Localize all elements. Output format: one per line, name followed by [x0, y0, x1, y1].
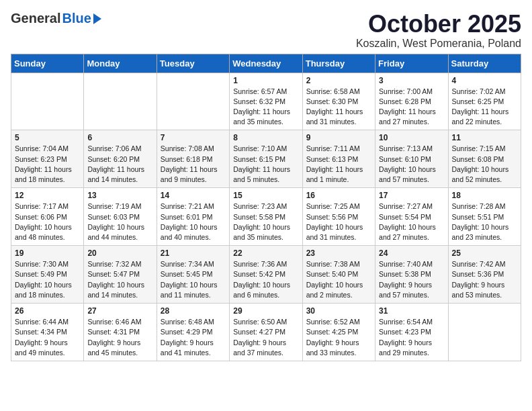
- day-info: Sunrise: 7:27 AM Sunset: 5:54 PM Dayligh…: [379, 201, 444, 242]
- calendar-cell: 8Sunrise: 7:10 AM Sunset: 6:15 PM Daylig…: [230, 130, 302, 188]
- day-number: 1: [233, 76, 298, 85]
- day-info: Sunrise: 7:19 AM Sunset: 6:03 PM Dayligh…: [87, 201, 152, 242]
- day-number: 14: [161, 191, 226, 200]
- day-number: 8: [233, 133, 298, 142]
- day-number: 29: [233, 306, 298, 316]
- day-number: 27: [87, 306, 152, 316]
- week-row-4: 19Sunrise: 7:30 AM Sunset: 5:49 PM Dayli…: [11, 246, 521, 304]
- page-header: General Blue October 2025 Koszalin, West…: [11, 11, 521, 50]
- day-info: Sunrise: 6:58 AM Sunset: 6:30 PM Dayligh…: [306, 87, 371, 128]
- day-number: 25: [452, 248, 517, 258]
- calendar-cell: 22Sunrise: 7:36 AM Sunset: 5:42 PM Dayli…: [230, 246, 302, 304]
- calendar-cell: 30Sunrise: 6:52 AM Sunset: 4:25 PM Dayli…: [302, 304, 375, 361]
- calendar-cell: 19Sunrise: 7:30 AM Sunset: 5:49 PM Dayli…: [11, 246, 84, 304]
- day-info: Sunrise: 7:21 AM Sunset: 6:01 PM Dayligh…: [161, 201, 226, 242]
- day-number: 3: [379, 76, 444, 85]
- calendar-cell: 3Sunrise: 7:00 AM Sunset: 6:28 PM Daylig…: [375, 73, 448, 130]
- day-info: Sunrise: 7:06 AM Sunset: 6:20 PM Dayligh…: [87, 144, 152, 185]
- day-info: Sunrise: 7:23 AM Sunset: 5:58 PM Dayligh…: [233, 201, 298, 242]
- day-info: Sunrise: 6:44 AM Sunset: 4:34 PM Dayligh…: [15, 317, 80, 358]
- day-number: 24: [379, 248, 444, 258]
- day-info: Sunrise: 7:36 AM Sunset: 5:42 PM Dayligh…: [233, 259, 298, 300]
- calendar-cell: 1Sunrise: 6:57 AM Sunset: 6:32 PM Daylig…: [230, 73, 302, 130]
- calendar-cell: 28Sunrise: 6:48 AM Sunset: 4:29 PM Dayli…: [157, 304, 229, 361]
- week-row-2: 5Sunrise: 7:04 AM Sunset: 6:23 PM Daylig…: [11, 130, 521, 188]
- week-row-5: 26Sunrise: 6:44 AM Sunset: 4:34 PM Dayli…: [11, 304, 521, 361]
- day-number: 16: [306, 191, 371, 200]
- calendar-cell: 29Sunrise: 6:50 AM Sunset: 4:27 PM Dayli…: [230, 304, 302, 361]
- day-info: Sunrise: 6:46 AM Sunset: 4:31 PM Dayligh…: [87, 317, 152, 358]
- header-day-friday: Friday: [375, 54, 448, 73]
- header-day-wednesday: Wednesday: [230, 54, 302, 73]
- day-info: Sunrise: 7:32 AM Sunset: 5:47 PM Dayligh…: [87, 259, 152, 300]
- calendar-cell: 17Sunrise: 7:27 AM Sunset: 5:54 PM Dayli…: [375, 188, 448, 246]
- day-number: 2: [306, 76, 371, 85]
- day-info: Sunrise: 6:48 AM Sunset: 4:29 PM Dayligh…: [161, 317, 226, 358]
- day-number: 18: [452, 191, 517, 200]
- day-info: Sunrise: 7:40 AM Sunset: 5:38 PM Dayligh…: [379, 259, 444, 300]
- calendar-cell: 2Sunrise: 6:58 AM Sunset: 6:30 PM Daylig…: [302, 73, 375, 130]
- day-info: Sunrise: 6:52 AM Sunset: 4:25 PM Dayligh…: [306, 317, 371, 358]
- calendar-cell: 23Sunrise: 7:38 AM Sunset: 5:40 PM Dayli…: [302, 246, 375, 304]
- day-info: Sunrise: 6:57 AM Sunset: 6:32 PM Dayligh…: [233, 87, 298, 128]
- calendar-cell: 11Sunrise: 7:15 AM Sunset: 6:08 PM Dayli…: [448, 130, 521, 188]
- day-info: Sunrise: 6:50 AM Sunset: 4:27 PM Dayligh…: [233, 317, 298, 358]
- calendar-cell: [84, 73, 157, 130]
- header-day-monday: Monday: [84, 54, 157, 73]
- day-info: Sunrise: 7:00 AM Sunset: 6:28 PM Dayligh…: [379, 87, 444, 128]
- day-number: 12: [15, 191, 80, 200]
- day-info: Sunrise: 7:42 AM Sunset: 5:36 PM Dayligh…: [452, 259, 517, 300]
- calendar-cell: [11, 73, 84, 130]
- calendar-cell: 9Sunrise: 7:11 AM Sunset: 6:13 PM Daylig…: [302, 130, 375, 188]
- day-number: 6: [87, 133, 152, 142]
- day-info: Sunrise: 7:13 AM Sunset: 6:10 PM Dayligh…: [379, 144, 444, 185]
- logo-arrow-icon: [93, 13, 101, 24]
- week-row-1: 1Sunrise: 6:57 AM Sunset: 6:32 PM Daylig…: [11, 73, 521, 130]
- day-info: Sunrise: 7:38 AM Sunset: 5:40 PM Dayligh…: [306, 259, 371, 300]
- day-info: Sunrise: 6:54 AM Sunset: 4:23 PM Dayligh…: [379, 317, 444, 358]
- calendar-cell: 27Sunrise: 6:46 AM Sunset: 4:31 PM Dayli…: [84, 304, 157, 361]
- day-number: 20: [87, 248, 152, 258]
- calendar-cell: [157, 73, 229, 130]
- calendar-cell: 15Sunrise: 7:23 AM Sunset: 5:58 PM Dayli…: [230, 188, 302, 246]
- day-number: 9: [306, 133, 371, 142]
- day-info: Sunrise: 7:10 AM Sunset: 6:15 PM Dayligh…: [233, 144, 298, 185]
- calendar-cell: 12Sunrise: 7:17 AM Sunset: 6:06 PM Dayli…: [11, 188, 84, 246]
- calendar-cell: 24Sunrise: 7:40 AM Sunset: 5:38 PM Dayli…: [375, 246, 448, 304]
- day-number: 17: [379, 191, 444, 200]
- header-day-sunday: Sunday: [11, 54, 84, 73]
- day-number: 28: [161, 306, 226, 316]
- header-day-thursday: Thursday: [302, 54, 375, 73]
- calendar-cell: 4Sunrise: 7:02 AM Sunset: 6:25 PM Daylig…: [448, 73, 521, 130]
- calendar-cell: 20Sunrise: 7:32 AM Sunset: 5:47 PM Dayli…: [84, 246, 157, 304]
- calendar-cell: 14Sunrise: 7:21 AM Sunset: 6:01 PM Dayli…: [157, 188, 229, 246]
- calendar-cell: 6Sunrise: 7:06 AM Sunset: 6:20 PM Daylig…: [84, 130, 157, 188]
- header-row: SundayMondayTuesdayWednesdayThursdayFrid…: [11, 54, 521, 73]
- day-info: Sunrise: 7:08 AM Sunset: 6:18 PM Dayligh…: [161, 144, 226, 185]
- day-number: 21: [161, 248, 226, 258]
- calendar-cell: [448, 304, 521, 361]
- day-info: Sunrise: 7:02 AM Sunset: 6:25 PM Dayligh…: [452, 87, 517, 128]
- day-number: 10: [379, 133, 444, 142]
- day-number: 7: [161, 133, 226, 142]
- day-number: 26: [15, 306, 80, 316]
- day-number: 4: [452, 76, 517, 85]
- header-day-tuesday: Tuesday: [157, 54, 229, 73]
- day-info: Sunrise: 7:11 AM Sunset: 6:13 PM Dayligh…: [306, 144, 371, 185]
- day-info: Sunrise: 7:15 AM Sunset: 6:08 PM Dayligh…: [452, 144, 517, 185]
- calendar-cell: 18Sunrise: 7:28 AM Sunset: 5:51 PM Dayli…: [448, 188, 521, 246]
- day-number: 19: [15, 248, 80, 258]
- calendar-cell: 5Sunrise: 7:04 AM Sunset: 6:23 PM Daylig…: [11, 130, 84, 188]
- day-number: 5: [15, 133, 80, 142]
- day-number: 11: [452, 133, 517, 142]
- logo: General Blue: [11, 11, 101, 26]
- calendar-cell: 13Sunrise: 7:19 AM Sunset: 6:03 PM Dayli…: [84, 188, 157, 246]
- day-number: 13: [87, 191, 152, 200]
- header-day-saturday: Saturday: [448, 54, 521, 73]
- day-info: Sunrise: 7:25 AM Sunset: 5:56 PM Dayligh…: [306, 201, 371, 242]
- month-title: October 2025: [356, 11, 521, 38]
- day-info: Sunrise: 7:17 AM Sunset: 6:06 PM Dayligh…: [15, 201, 80, 242]
- logo-blue-text: Blue: [62, 11, 91, 26]
- week-row-3: 12Sunrise: 7:17 AM Sunset: 6:06 PM Dayli…: [11, 188, 521, 246]
- location-title: Koszalin, West Pomerania, Poland: [356, 38, 521, 50]
